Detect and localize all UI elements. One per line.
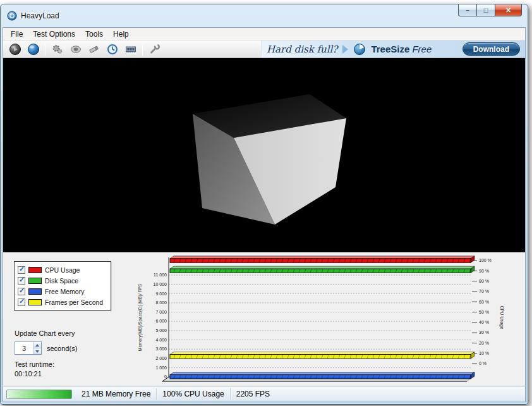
options-button[interactable]: [146, 41, 163, 57]
svg-text:60 %: 60 %: [479, 300, 489, 304]
spin-up-button[interactable]: [33, 342, 41, 348]
legend-checkbox-frames-per-second[interactable]: [18, 298, 25, 306]
svg-text:0 %: 0 %: [479, 361, 487, 366]
legend-item-cpu-usage: CPU Usage: [16, 264, 109, 275]
minimize-button[interactable]: [458, 4, 477, 16]
legend-checkbox-disk-space[interactable]: [18, 277, 25, 285]
close-button[interactable]: [495, 4, 522, 16]
memory-test-icon: [124, 43, 137, 56]
window-title: HeavyLoad: [21, 11, 59, 20]
disk-test-button[interactable]: [67, 41, 84, 57]
svg-text:8 000: 8 000: [155, 300, 167, 305]
menu-item-test-options[interactable]: Test Options: [28, 28, 80, 40]
svg-text:3 000: 3 000: [155, 347, 167, 351]
clock-button[interactable]: [104, 41, 121, 57]
gl-cube: [3, 58, 526, 252]
legend-item-frames-per-second: Frames per Second: [16, 297, 109, 307]
legend-label: Free Memory: [45, 288, 84, 295]
menu-item-tools[interactable]: Tools: [80, 28, 108, 40]
toolbar-separator: [142, 43, 143, 56]
legend-swatch: [28, 267, 42, 273]
update-chart-label: Update Chart every: [15, 329, 75, 337]
legend-swatch: [28, 278, 42, 284]
caption-buttons: [458, 4, 522, 16]
svg-text:70 %: 70 %: [479, 289, 489, 293]
toolbar: Hard disk full? TreeSize Free Download: [3, 40, 525, 58]
legend-label: Frames per Second: [45, 298, 103, 306]
svg-text:90 %: 90 %: [479, 269, 489, 273]
svg-text:9 000: 9 000: [155, 292, 167, 296]
app-icon: [7, 11, 17, 21]
legend-swatch: [28, 299, 42, 305]
progress-fill: [7, 390, 71, 398]
treesize-logo-icon: [353, 43, 366, 56]
memory-progress-bar: [6, 390, 72, 399]
svg-text:10 %: 10 %: [479, 351, 489, 355]
performance-chart: 01 0002 0003 0004 0005 0006 0007 0008 00…: [134, 252, 513, 386]
svg-text:20 %: 20 %: [479, 341, 489, 345]
performance-chart-svg: 01 0002 0003 0004 0005 0006 0007 0008 00…: [134, 252, 513, 386]
chevron-right-icon: [342, 45, 348, 54]
interval-spinbox[interactable]: 3: [15, 341, 42, 355]
interval-value: 3: [15, 342, 33, 354]
status-bar: 21 MB Memory Free 100% CPU Usage 2205 FP…: [3, 386, 525, 402]
status-cpu: 100% CPU Usage: [157, 388, 230, 400]
spin-down-button[interactable]: [33, 348, 41, 354]
toolbar-separator: [45, 43, 45, 56]
cpu-test-button[interactable]: [49, 41, 66, 57]
cpu-test-icon: [51, 43, 64, 56]
svg-text:1 000: 1 000: [155, 366, 167, 370]
stop-test-icon: [27, 43, 40, 56]
gl-viewport: [3, 58, 525, 252]
write-file-button[interactable]: [85, 41, 102, 57]
legend-item-free-memory: Free Memory: [16, 286, 109, 297]
spinner-buttons: [33, 342, 41, 354]
start-test-button[interactable]: [6, 41, 23, 57]
status-memory: 21 MB Memory Free: [76, 388, 157, 400]
runtime-label: Test runtime:: [15, 360, 54, 368]
svg-text:10 000: 10 000: [154, 282, 167, 286]
ad-brand-name: TreeSize Free: [371, 44, 432, 54]
ad-brand-suffix: Free: [412, 44, 432, 54]
svg-text:80 %: 80 %: [479, 279, 489, 283]
interval-unit-label: second(s): [47, 345, 77, 352]
svg-text:30 %: 30 %: [479, 330, 489, 335]
svg-text:Memory(MB)/Space(C:)(MB)/ FPS: Memory(MB)/Space(C:)(MB)/ FPS: [138, 283, 143, 351]
menu-item-file[interactable]: File: [6, 28, 28, 40]
menu-bar: FileTest OptionsToolsHelp: [3, 28, 525, 40]
chart-panel: CPU UsageDisk SpaceFree MemoryFrames per…: [3, 252, 525, 386]
status-fps: 2205 FPS: [231, 388, 275, 400]
download-button[interactable]: Download: [462, 42, 520, 56]
options-wrench-icon: [148, 43, 161, 56]
svg-text:11 000: 11 000: [154, 273, 167, 277]
legend-label: Disk Space: [45, 277, 78, 285]
runtime-value: 00:10:21: [15, 370, 42, 378]
stop-test-button[interactable]: [25, 41, 42, 57]
client-area: FileTest OptionsToolsHelp: [3, 27, 526, 402]
legend-checkbox-cpu-usage[interactable]: [18, 266, 25, 274]
svg-text:4 000: 4 000: [155, 338, 167, 342]
svg-text:7 000: 7 000: [155, 310, 167, 314]
memory-test-button[interactable]: [122, 41, 139, 57]
legend-checkbox-free-memory[interactable]: [18, 288, 25, 295]
legend-item-disk-space: Disk Space: [16, 275, 109, 286]
svg-text:100 %: 100 %: [479, 258, 492, 262]
maximize-button[interactable]: [477, 4, 495, 16]
treesize-ad-banner[interactable]: Hard disk full? TreeSize Free Download: [261, 40, 525, 58]
ad-question: Hard disk full?: [267, 44, 337, 55]
start-test-icon: [9, 43, 21, 56]
svg-text:2 000: 2 000: [155, 356, 167, 360]
legend-list: CPU UsageDisk SpaceFree MemoryFrames per…: [16, 264, 109, 307]
write-file-icon: [88, 43, 100, 56]
svg-text:5 000: 5 000: [155, 328, 167, 333]
menu-item-help[interactable]: Help: [108, 28, 134, 40]
ad-brand: TreeSize: [371, 44, 409, 54]
legend-label: CPU Usage: [45, 266, 80, 274]
clock-icon: [106, 43, 119, 56]
legend-box: CPU UsageDisk SpaceFree MemoryFrames per…: [14, 261, 111, 311]
svg-text:6 000: 6 000: [155, 319, 167, 323]
interval-row: 3 second(s): [15, 341, 77, 355]
svg-text:50 %: 50 %: [479, 310, 489, 314]
svg-text:CPU Usage: CPU Usage: [499, 306, 504, 329]
title-bar[interactable]: HeavyLoad: [1, 4, 528, 27]
